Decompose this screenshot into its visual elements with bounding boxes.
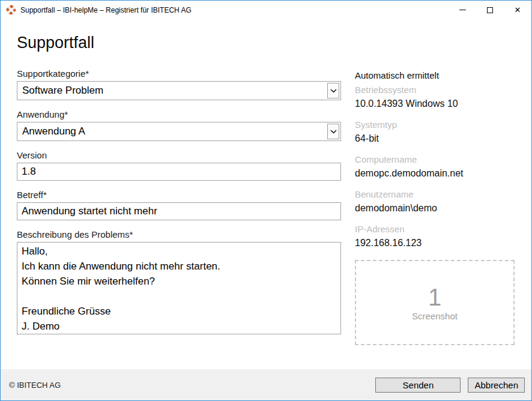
maximize-button[interactable] bbox=[476, 1, 504, 19]
info-label: Computername bbox=[355, 154, 523, 166]
anwendung-select[interactable]: Anwendung A bbox=[17, 122, 341, 141]
system-info-title: Automatisch ermittelt bbox=[355, 70, 523, 82]
supportkategorie-select[interactable]: Software Problem bbox=[17, 81, 341, 100]
supportkategorie-label: Supportkategorie* bbox=[17, 68, 341, 79]
close-icon: ✕ bbox=[515, 6, 521, 14]
info-value: demodomain\demo bbox=[355, 202, 523, 214]
lifebuoy-icon bbox=[6, 5, 16, 15]
version-group: Version bbox=[17, 150, 341, 181]
info-item-computername: Computername demopc.demodomain.net bbox=[355, 154, 523, 179]
anwendung-group: Anwendung* Anwendung A bbox=[17, 109, 341, 141]
info-label: Systemtyp bbox=[355, 119, 523, 131]
info-value: demopc.demodomain.net bbox=[355, 167, 523, 179]
info-item-betriebssystem: Betriebssystem 10.0.14393 Windows 10 bbox=[355, 84, 523, 110]
cancel-button[interactable]: Abbrechen bbox=[468, 378, 525, 393]
anwendung-label: Anwendung* bbox=[17, 109, 341, 120]
info-label: IP-Adressen bbox=[355, 223, 523, 235]
window-controls: ✕ bbox=[449, 1, 531, 19]
info-value: 10.0.14393 Windows 10 bbox=[355, 98, 523, 110]
info-item-benutzername: Benutzername demodomain\demo bbox=[355, 188, 523, 214]
beschreibung-textarea[interactable]: Hallo, Ich kann die Anwendung nicht mehr… bbox=[17, 242, 341, 334]
copyright-text: © IBITECH AG bbox=[9, 381, 61, 390]
info-item-systemtyp: Systemtyp 64-bit bbox=[355, 119, 523, 145]
info-item-ip-adressen: IP-Adressen 192.168.16.123 bbox=[355, 223, 523, 249]
chevron-down-icon bbox=[330, 89, 337, 93]
screenshot-label: Screenshot bbox=[412, 311, 458, 321]
close-button[interactable]: ✕ bbox=[504, 1, 531, 19]
supportkategorie-value: Software Problem bbox=[17, 82, 340, 100]
screenshot-count: 1 bbox=[428, 285, 441, 310]
anwendung-dropdown-button[interactable] bbox=[327, 124, 339, 139]
minimize-icon bbox=[459, 10, 466, 10]
page-title: Supportfall bbox=[17, 34, 531, 52]
info-label: Betriebssystem bbox=[355, 84, 523, 96]
minimize-button[interactable] bbox=[449, 1, 476, 19]
betreff-group: Betreff* bbox=[17, 190, 341, 220]
betreff-label: Betreff* bbox=[17, 190, 341, 200]
anwendung-value: Anwendung A bbox=[17, 122, 340, 140]
beschreibung-label: Beschreibung des Problems* bbox=[17, 229, 341, 240]
version-label: Version bbox=[17, 150, 341, 161]
supportkategorie-group: Supportkategorie* Software Problem bbox=[17, 68, 341, 100]
info-label: Benutzername bbox=[355, 188, 523, 200]
footer-bar: © IBITECH AG Senden Abbrechen bbox=[1, 369, 531, 400]
app-window: Supportfall – IBI-helpMe – Registriert f… bbox=[0, 0, 532, 401]
beschreibung-group: Beschreibung des Problems* Hallo, Ich ka… bbox=[17, 229, 341, 334]
screenshot-dropzone[interactable]: 1 Screenshot bbox=[355, 260, 515, 345]
chevron-down-icon bbox=[330, 130, 337, 134]
betreff-input[interactable] bbox=[17, 202, 341, 220]
version-input[interactable] bbox=[17, 163, 341, 181]
send-button[interactable]: Senden bbox=[375, 378, 461, 393]
supportkategorie-dropdown-button[interactable] bbox=[327, 83, 339, 98]
info-value: 192.168.16.123 bbox=[355, 237, 523, 249]
support-form: Supportkategorie* Software Problem Anwen… bbox=[17, 68, 341, 343]
footer-buttons: Senden Abbrechen bbox=[375, 378, 525, 393]
info-value: 64-bit bbox=[355, 133, 523, 145]
main-content: Supportfall Supportkategorie* Software P… bbox=[1, 19, 531, 369]
system-info-panel: Automatisch ermittelt Betriebssystem 10.… bbox=[355, 70, 523, 345]
title-bar: Supportfall – IBI-helpMe – Registriert f… bbox=[1, 1, 531, 19]
window-title: Supportfall – IBI-helpMe – Registriert f… bbox=[20, 6, 192, 14]
maximize-icon bbox=[487, 7, 493, 13]
